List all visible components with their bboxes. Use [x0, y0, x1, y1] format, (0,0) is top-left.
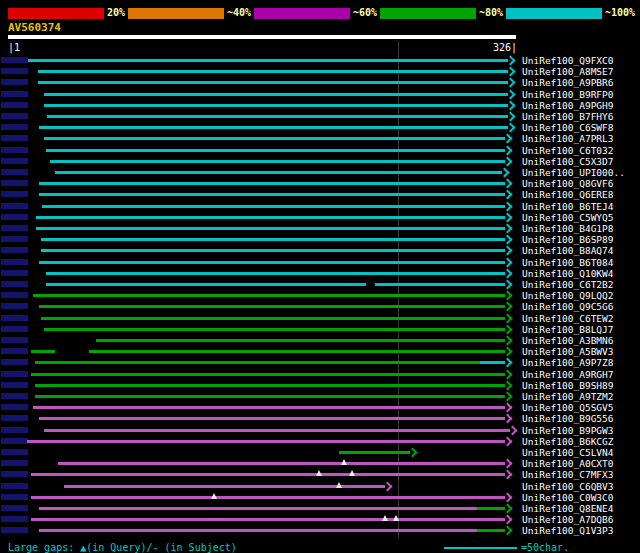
alignment-bar-segment[interactable]: [27, 440, 505, 443]
alignment-bar-segment[interactable]: [55, 171, 502, 174]
alignment-bar-segment[interactable]: [46, 272, 506, 275]
hit-id-link-stub[interactable]: [1, 68, 28, 74]
hit-id-link-stub[interactable]: [1, 494, 28, 500]
hit-label[interactable]: UniRef100_B9G556: [522, 413, 614, 424]
hit-id-link-stub[interactable]: [1, 393, 28, 399]
alignment-bar-segment[interactable]: [39, 529, 477, 532]
alignment-bar-segment[interactable]: [46, 283, 366, 286]
alignment-bar-segment[interactable]: [50, 160, 505, 163]
hit-id-link-stub[interactable]: [1, 483, 28, 489]
hit-label[interactable]: UniRef100_Q8ENE4: [522, 503, 614, 514]
hit-id-link-stub[interactable]: [1, 147, 28, 153]
hit-label[interactable]: UniRef100_C6TEW2: [522, 313, 614, 324]
alignment-bar-segment[interactable]: [44, 104, 508, 107]
hit-label[interactable]: UniRef100_C6QBV3: [522, 481, 614, 492]
hit-id-link-stub[interactable]: [1, 259, 28, 265]
alignment-bar-segment[interactable]: [36, 216, 505, 219]
alignment-bar-segment[interactable]: [36, 227, 505, 230]
hit-id-link-stub[interactable]: [1, 124, 28, 130]
hit-label[interactable]: UniRef100_A9RGH7: [522, 369, 614, 380]
hit-label[interactable]: UniRef100_B8AQ74: [522, 245, 614, 256]
alignment-bar-segment[interactable]: [31, 350, 54, 353]
alignment-bar-segment[interactable]: [31, 518, 505, 521]
hit-id-link-stub[interactable]: [1, 292, 28, 298]
alignment-bar-segment[interactable]: [33, 294, 505, 297]
alignment-bar-segment[interactable]: [41, 238, 505, 241]
hit-id-link-stub[interactable]: [1, 315, 28, 321]
hit-label[interactable]: UniRef100_Q5SGV5: [522, 402, 614, 413]
hit-id-link-stub[interactable]: [1, 214, 28, 220]
hit-label[interactable]: UniRef100_B8LQJ7: [522, 324, 614, 335]
hit-label[interactable]: UniRef100_C5WYQ5: [522, 212, 614, 223]
hit-id-link-stub[interactable]: [1, 427, 28, 433]
hit-id-link-stub[interactable]: [1, 113, 28, 119]
hit-id-link-stub[interactable]: [1, 225, 28, 231]
hit-label[interactable]: UniRef100_C6T2B2: [522, 279, 614, 290]
alignment-bar-segment[interactable]: [89, 350, 505, 353]
alignment-bar-segment[interactable]: [42, 205, 505, 208]
hit-id-link-stub[interactable]: [1, 471, 28, 477]
hit-label[interactable]: UniRef100_B7FHY6: [522, 111, 614, 122]
hit-id-link-stub[interactable]: [1, 505, 28, 511]
alignment-bar-segment[interactable]: [35, 384, 505, 387]
hit-id-link-stub[interactable]: [1, 57, 28, 63]
hit-label[interactable]: UniRef100_C0W3C0: [522, 492, 614, 503]
hit-label[interactable]: UniRef100_Q9LQQ2: [522, 290, 614, 301]
hit-id-link-stub[interactable]: [1, 270, 28, 276]
hit-label[interactable]: UniRef100_Q8GVF6: [522, 178, 614, 189]
hit-id-link-stub[interactable]: [1, 79, 28, 85]
hit-id-link-stub[interactable]: [1, 169, 28, 175]
hit-label[interactable]: UniRef100_B6T084: [522, 257, 614, 268]
alignment-bar-segment[interactable]: [44, 429, 510, 432]
hit-label[interactable]: UniRef100_B6SP89: [522, 234, 614, 245]
hit-label[interactable]: UniRef100_A9PBR6: [522, 77, 614, 88]
hit-id-link-stub[interactable]: [1, 191, 28, 197]
alignment-bar-segment[interactable]: [47, 115, 508, 118]
hit-id-link-stub[interactable]: [1, 371, 28, 377]
hit-label[interactable]: UniRef100_A9PGH9: [522, 100, 614, 111]
alignment-bar-segment[interactable]: [375, 283, 505, 286]
alignment-bar-segment[interactable]: [339, 451, 409, 454]
hit-label[interactable]: UniRef100_A0CXT0: [522, 458, 614, 469]
hit-id-link-stub[interactable]: [1, 180, 28, 186]
alignment-bar-segment[interactable]: [33, 406, 505, 409]
hit-id-link-stub[interactable]: [1, 158, 28, 164]
hit-label[interactable]: UniRef100_A7PRL3: [522, 133, 614, 144]
alignment-bar-segment[interactable]: [35, 395, 505, 398]
hit-id-link-stub[interactable]: [1, 102, 28, 108]
alignment-bar-segment[interactable]: [41, 317, 505, 320]
hit-id-link-stub[interactable]: [1, 326, 28, 332]
hit-label[interactable]: UniRef100_C5X3D7: [522, 156, 614, 167]
alignment-bar-segment[interactable]: [39, 305, 505, 308]
hit-id-link-stub[interactable]: [1, 415, 28, 421]
hit-label[interactable]: UniRef100_B4G1P8: [522, 223, 614, 234]
alignment-bar-segment[interactable]: [477, 529, 505, 532]
hit-label[interactable]: UniRef100_C7MFX3: [522, 469, 614, 480]
alignment-bar-segment[interactable]: [28, 59, 508, 62]
alignment-bar-segment[interactable]: [31, 473, 505, 476]
alignment-bar-segment[interactable]: [58, 462, 505, 465]
hit-label[interactable]: UniRef100_Q9FXC0: [522, 55, 614, 66]
alignment-bar-segment[interactable]: [41, 249, 505, 252]
alignment-bar-segment[interactable]: [46, 149, 506, 152]
hit-label[interactable]: UniRef100_A8MSE7: [522, 66, 614, 77]
hit-label[interactable]: UniRef100_B9PGW3: [522, 425, 614, 436]
alignment-bar-segment[interactable]: [35, 361, 480, 364]
alignment-bar-segment[interactable]: [39, 417, 505, 420]
hit-label[interactable]: UniRef100_A7DQB6: [522, 514, 614, 525]
hit-label[interactable]: UniRef100_Q9C5G6: [522, 301, 614, 312]
hit-label[interactable]: UniRef100_C6SWF8: [522, 122, 614, 133]
hit-label[interactable]: UniRef100_B9SH89: [522, 380, 614, 391]
hit-id-link-stub[interactable]: [1, 203, 28, 209]
hit-id-link-stub[interactable]: [1, 404, 28, 410]
hit-label[interactable]: UniRef100_A5BWV3: [522, 346, 614, 357]
hit-id-link-stub[interactable]: [1, 449, 28, 455]
hit-label[interactable]: UniRef100_B6TEJ4: [522, 201, 614, 212]
alignment-bar-segment[interactable]: [38, 81, 508, 84]
hit-label[interactable]: UniRef100_Q1V3P3: [522, 525, 614, 536]
alignment-bar-segment[interactable]: [31, 496, 505, 499]
hit-id-link-stub[interactable]: [1, 247, 28, 253]
hit-label[interactable]: UniRef100_C5LVN4: [522, 447, 614, 458]
alignment-bar-segment[interactable]: [39, 182, 505, 185]
hit-label[interactable]: UniRef100_A9TZM2: [522, 391, 614, 402]
